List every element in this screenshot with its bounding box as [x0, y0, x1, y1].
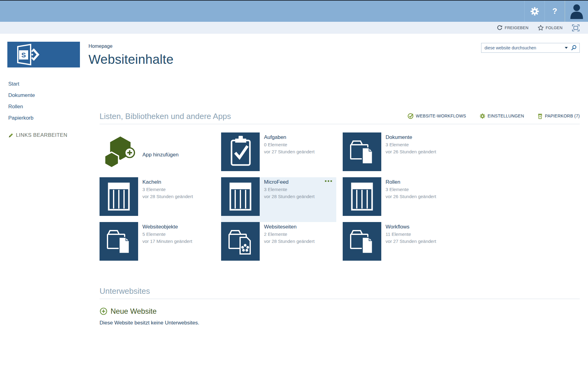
- search-input[interactable]: [484, 45, 563, 50]
- tile-title: Dokumente: [386, 134, 436, 141]
- focus-mode-icon: [572, 24, 580, 32]
- user-avatar-button[interactable]: [565, 1, 588, 22]
- list-columns-icon: [100, 177, 138, 216]
- tile-modified: vor 26 Stunden geändert: [386, 148, 436, 155]
- tile-count: 3 Elemente: [386, 186, 436, 193]
- site-workflows-link[interactable]: WEBSITE-WORKFLOWS: [408, 113, 466, 119]
- search-icon[interactable]: [571, 45, 577, 51]
- tile-workflows[interactable]: Workflows 11 Elemente vor 27 Stunden geä…: [343, 222, 458, 267]
- sharepoint-logo[interactable]: S: [7, 42, 80, 67]
- tile-count: 5 Elemente: [142, 231, 192, 237]
- sidebar-item-dokumente[interactable]: Dokumente: [8, 93, 88, 98]
- section-title-apps: Listen, Bibliotheken und andere Apps: [100, 111, 231, 121]
- recycle-bin-icon: [537, 113, 543, 119]
- help-button[interactable]: ?: [545, 1, 565, 22]
- ribbon-bar: FREIGEBEN FOLGEN: [0, 22, 588, 34]
- tile-websiteseiten[interactable]: Websiteseiten 2 Elemente vor 28 Stunden …: [221, 222, 336, 267]
- tile-title: Websiteseiten: [264, 224, 315, 230]
- recycle-bin-link[interactable]: PAPIERKORB (7): [537, 113, 580, 119]
- add-app-label: App hinzufügen: [138, 152, 179, 158]
- tile-aufgaben[interactable]: Aufgaben 0 Elemente vor 27 Stunden geänd…: [221, 132, 336, 177]
- tile-title: Aufgaben: [264, 134, 315, 141]
- new-subsite-label: Neue Website: [111, 307, 156, 316]
- sharepoint-logo-icon: S: [13, 44, 50, 66]
- tile-count: 0 Elemente: [264, 141, 315, 148]
- new-subsite-button[interactable]: Neue Website: [100, 307, 580, 316]
- no-subsites-text: Diese Website besitzt keine Unterwebsite…: [100, 320, 580, 326]
- tile-count: 11 Elemente: [386, 231, 436, 237]
- tile-count: 2 Elemente: [264, 231, 315, 237]
- tile-modified: vor 28 Stunden geändert: [142, 193, 193, 200]
- tile-ellipsis-menu[interactable]: [324, 179, 333, 183]
- folder-page-flower-icon: [221, 222, 260, 261]
- plus-circle-icon: [100, 307, 107, 315]
- tile-title: Kacheln: [142, 179, 193, 186]
- clipboard-check-icon: [221, 132, 260, 171]
- page: S Homepage Websiteinhalte Start Dokument…: [0, 34, 588, 368]
- section-divider: [100, 124, 580, 124]
- tile-modified: vor 27 Stunden geändert: [264, 148, 315, 155]
- pencil-icon: [8, 133, 13, 138]
- tile-count: 3 Elemente: [386, 141, 436, 148]
- settings-gear-button[interactable]: [524, 1, 545, 22]
- tile-title: MicroFeed: [264, 179, 315, 186]
- add-app-hexagon-icon: [102, 135, 135, 169]
- tile-title: Websiteobjekte: [142, 224, 192, 230]
- share-label: FREIGEBEN: [505, 25, 529, 30]
- follow-button[interactable]: FOLGEN: [538, 25, 563, 31]
- settings-label: EINSTELLUNGEN: [488, 113, 524, 118]
- tile-microfeed[interactable]: MicroFeed 3 Elemente vor 28 Stunden geän…: [221, 177, 336, 222]
- section-title-unterwebsites: Unterwebsites: [100, 286, 580, 296]
- sidebar-item-start[interactable]: Start: [8, 81, 88, 87]
- edit-links-button[interactable]: LINKS BEARBEITEN: [8, 132, 88, 138]
- tile-dokumente[interactable]: Dokumente 3 Elemente vor 26 Stunden geän…: [343, 132, 458, 177]
- tile-title: Workflows: [386, 224, 436, 230]
- breadcrumb[interactable]: Homepage: [89, 44, 174, 49]
- gear-icon: [480, 113, 485, 119]
- share-sync-icon: [497, 25, 503, 31]
- gear-icon: [530, 7, 539, 16]
- settings-link[interactable]: EINSTELLUNGEN: [480, 113, 524, 119]
- tile-modified: vor 27 Stunden geändert: [386, 238, 436, 244]
- follow-label: FOLGEN: [546, 25, 563, 30]
- tile-modified: vor 17 Minuten geändert: [142, 238, 192, 244]
- tile-modified: vor 28 Stunden geändert: [264, 193, 315, 200]
- search-box: [481, 43, 580, 53]
- recycle-bin-label: PAPIERKORB (7): [545, 113, 580, 118]
- star-icon: [538, 25, 544, 31]
- tile-kacheln[interactable]: Kacheln 3 Elemente vor 28 Stunden geände…: [100, 177, 215, 222]
- tile-title: Rollen: [386, 179, 436, 186]
- tile-websiteobjekte[interactable]: Websiteobjekte 5 Elemente vor 17 Minuten…: [100, 222, 215, 267]
- sidebar-nav: Start Dokumente Rollen Papierkorb LINKS …: [8, 81, 88, 144]
- tile-modified: vor 28 Stunden geändert: [264, 238, 315, 244]
- tile-count: 3 Elemente: [142, 186, 193, 193]
- section-divider: [100, 299, 580, 299]
- folder-document-icon: [100, 222, 138, 261]
- tile-rollen[interactable]: Rollen 3 Elemente vor 26 Stunden geänder…: [343, 177, 458, 222]
- tile-count: 3 Elemente: [264, 186, 315, 193]
- check-circle-icon: [408, 113, 414, 119]
- search-scope-dropdown[interactable]: [565, 47, 568, 49]
- folder-document-icon: [343, 132, 381, 171]
- add-app-tile[interactable]: App hinzufügen: [100, 132, 215, 177]
- share-button[interactable]: FREIGEBEN: [497, 25, 529, 31]
- focus-mode-button[interactable]: [572, 24, 580, 32]
- list-columns-icon: [221, 177, 260, 216]
- suite-bar: ?: [0, 1, 588, 22]
- person-icon: [569, 3, 585, 19]
- site-workflows-label: WEBSITE-WORKFLOWS: [416, 113, 466, 118]
- sidebar-item-papierkorb[interactable]: Papierkorb: [8, 115, 88, 121]
- tile-modified: vor 26 Stunden geändert: [386, 193, 436, 200]
- sidebar-item-rollen[interactable]: Rollen: [8, 104, 88, 109]
- apps-tile-grid: App hinzufügen Aufgaben 0 Elemente vor 2…: [100, 132, 580, 267]
- edit-links-label: LINKS BEARBEITEN: [16, 132, 67, 138]
- svg-text:S: S: [21, 51, 26, 59]
- folder-document-icon: [343, 222, 381, 261]
- page-title: Websiteinhalte: [89, 52, 174, 67]
- list-columns-icon: [343, 177, 381, 216]
- question-mark-icon: ?: [552, 6, 557, 16]
